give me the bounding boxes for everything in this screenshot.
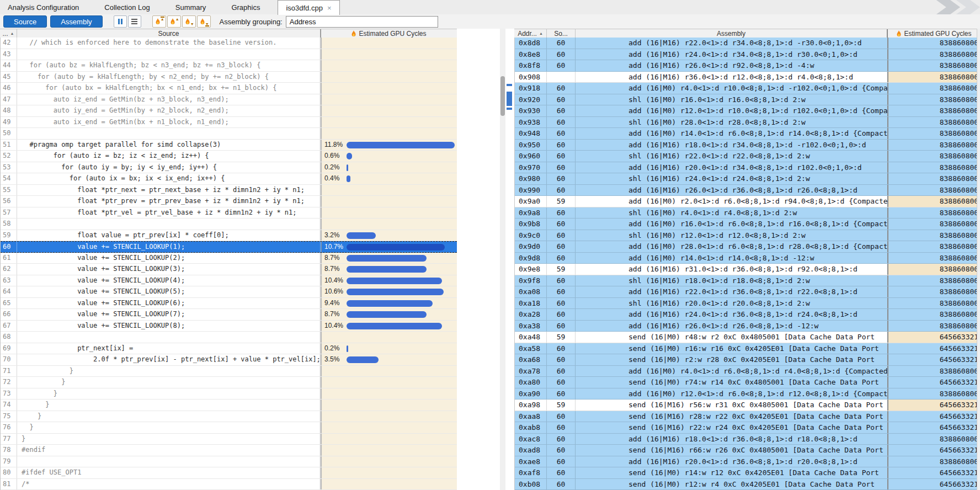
assembly-row[interactable]: 0xaa860send (16|M16) r28:w r22 0xC 0x420… <box>515 411 980 423</box>
source-row[interactable]: 79 <box>1 456 457 468</box>
assembly-row[interactable]: 0x96060shl (16|M16) r22.0<1>:d r22.0<8;8… <box>515 151 980 162</box>
assembly-row[interactable]: 0x8e860add (16|M16) r24.0<1>:d r34.0<8;8… <box>515 49 980 61</box>
source-row[interactable]: 50 <box>1 128 457 140</box>
source-row[interactable]: 62 value += STENCIL_LOOKUP(3);8.7% <box>1 264 457 275</box>
source-row[interactable]: 77} <box>1 434 457 445</box>
assembly-column-header[interactable]: Assembly <box>576 29 888 38</box>
source-row[interactable]: 49 auto ix_end = GetMin(bx + n1_block, n… <box>1 117 457 129</box>
source-row[interactable]: 43 <box>1 49 457 61</box>
assembly-row[interactable]: 0xa0860add (16|M16) r22.0<1>:d r36.0<8;8… <box>515 286 980 298</box>
source-row[interactable]: 55 float *ptr_next = ptr_next_base + iz … <box>1 185 457 196</box>
assembly-grouping-select[interactable]: Address <box>286 16 438 28</box>
source-row[interactable]: 42 // which is enforced here to demonstr… <box>1 38 457 49</box>
assembly-row[interactable]: 0x9a059add (16|M0) r2.0<1>:d r6.0<8;8,1>… <box>515 196 980 207</box>
source-row[interactable]: 64 value += STENCIL_LOOKUP(5);10.6% <box>1 286 457 298</box>
source-row[interactable]: 68 <box>1 332 457 343</box>
tab-analysis-configuration[interactable]: Analysis Configuration <box>0 0 87 14</box>
source-row[interactable]: 70 2.0f * ptr_prev[ix] - ptr_next[ix] + … <box>1 354 457 366</box>
source-row[interactable]: 54 for (auto ix = bx; ix < ix_end; ix++)… <box>1 173 457 185</box>
source-row[interactable]: 59 float value = ptr_prev[ix] * coeff[0]… <box>1 230 457 242</box>
assembly-row[interactable]: 0xab860send (16|M16) r22:w r24 0xC 0x420… <box>515 422 980 434</box>
source-row[interactable]: 76 } <box>1 422 457 434</box>
source-row[interactable]: 69 ptr_next[ix] =0.2% <box>1 343 457 355</box>
jump-to-coldest-button[interactable]: ▼ <box>197 15 211 28</box>
source-column-header[interactable]: Source <box>17 29 321 38</box>
source-row[interactable]: 46 for (auto bx = kHalfLength; bx < n1_e… <box>1 83 457 94</box>
jump-to-prev-hot-button[interactable]: ▲ <box>167 15 181 28</box>
source-line-column-header[interactable]: So... <box>547 29 576 38</box>
source-toggle-button[interactable]: Source <box>3 15 47 28</box>
source-row[interactable]: 44 for (auto bz = kHalfLength; bz < n3_e… <box>1 60 457 72</box>
tab-summary[interactable]: Summary <box>168 0 214 14</box>
assembly-row[interactable]: 0x95060add (16|M16) r18.0<1>:d r34.0<8;8… <box>515 140 980 151</box>
source-row[interactable]: 73 } <box>1 388 457 400</box>
assembly-row[interactable]: 0x9f860shl (16|M16) r18.0<1>:d r18.0<8;8… <box>515 275 980 287</box>
assembly-row[interactable]: 0x9e859add (16|M16) r31.0<1>:d r36.0<8;8… <box>515 264 980 275</box>
tab-collection-log[interactable]: Collection Log <box>97 0 157 14</box>
assembly-row[interactable]: 0xa2860add (16|M16) r24.0<1>:d r36.0<8;8… <box>515 309 980 321</box>
assembly-row[interactable]: 0x908add (16|M16) r36.0<1>:d r12.0<8;8,1… <box>515 72 980 83</box>
source-row[interactable]: 74 } <box>1 400 457 411</box>
assembly-row[interactable]: 0x92060shl (16|M0) r16.0<1>:d r16.0<8;8,… <box>515 94 980 106</box>
assembly-row[interactable]: 0xa3860add (16|M16) r26.0<1>:d r26.0<8;8… <box>515 321 980 332</box>
assembly-row[interactable]: 0x9c060shl (16|M0) r12.0<1>:d r12.0<8;8,… <box>515 230 980 242</box>
source-row[interactable]: 65 value += STENCIL_LOOKUP(6);9.4% <box>1 298 457 310</box>
source-row[interactable]: 75 } <box>1 411 457 423</box>
assembly-row[interactable]: 0xaf860send (16|M0) r14:w r12 0xC 0x4205… <box>515 467 980 479</box>
assembly-scrollbar[interactable] <box>977 29 980 490</box>
assembly-row[interactable]: 0x93060add (16|M0) r12.0<1>:d r10.0<8;8,… <box>515 105 980 117</box>
assembly-row[interactable]: 0xa8060send (16|M0) r74:w r14 0xC 0x4805… <box>515 377 980 388</box>
source-row[interactable]: 66 value += STENCIL_LOOKUP(7);8.7% <box>1 309 457 321</box>
assembly-row[interactable]: 0xa9859send (16|M16) r56:w r31 0xC 0x480… <box>515 400 980 411</box>
assembly-row[interactable]: 0xa9060add (16|M0) r12.0<1>:d r6.0<8;8,1… <box>515 388 980 400</box>
view-options-button[interactable] <box>128 15 141 28</box>
source-row[interactable]: 71 } <box>1 366 457 377</box>
assembly-row[interactable]: 0xb0860send (16|M0) r12:w r4 0xC 0x4205E… <box>515 479 980 490</box>
source-row[interactable]: 63 value += STENCIL_LOOKUP(4);10.4% <box>1 275 457 287</box>
assembly-row[interactable]: 0x9d860add (16|M0) r14.0<1>:d r14.0<8;8,… <box>515 253 980 264</box>
close-icon[interactable]: × <box>327 4 332 12</box>
assembly-row[interactable]: 0x99060add (16|M16) r26.0<1>:d r36.0<8;8… <box>515 185 980 196</box>
assembly-row[interactable]: 0x9a860shl (16|M0) r4.0<1>:d r4.0<8;8,1>… <box>515 207 980 219</box>
source-row[interactable]: 61 value += STENCIL_LOOKUP(2);8.7% <box>1 253 457 264</box>
source-gpu-cycles-column-header[interactable]: Estimated GPU Cycles <box>321 29 456 38</box>
assembly-row[interactable]: 0x8d860add (16|M16) r22.0<1>:d r34.0<8;8… <box>515 38 980 49</box>
assembly-toggle-button[interactable]: Assembly <box>50 15 102 28</box>
assembly-row[interactable]: 0x93860shl (16|M0) r28.0<1>:d r28.0<8;8,… <box>515 117 980 129</box>
source-row[interactable]: 52 for (auto iz = bz; iz < iz_end; iz++)… <box>1 151 457 162</box>
assembly-row[interactable]: 0x9d060add (16|M0) r28.0<1>:d r6.0<8;8,1… <box>515 241 980 253</box>
source-row[interactable]: 48 auto iy_end = GetMin(by + n2_block, n… <box>1 105 457 117</box>
source-row[interactable]: 58 <box>1 219 457 230</box>
jump-to-hottest-button[interactable]: ▲ <box>152 15 166 28</box>
assembly-row[interactable]: 0x91860add (16|M0) r4.0<1>:d r10.0<8;8,1… <box>515 83 980 94</box>
line-number-column-header[interactable]: ...▲ <box>0 29 17 38</box>
assembly-row[interactable]: 0x8f860add (16|M16) r26.0<1>:d r92.0<8;8… <box>515 60 980 72</box>
jump-to-next-hot-button[interactable]: ▼ <box>182 15 196 28</box>
address-column-header[interactable]: Addr...▲ <box>514 29 547 38</box>
assembly-row[interactable]: 0x97060add (16|M16) r20.0<1>:d r34.0<8;8… <box>515 162 980 174</box>
assembly-row[interactable]: 0x94860add (16|M0) r14.0<1>:d r6.0<8;8,1… <box>515 128 980 140</box>
source-row[interactable]: 47 auto iz_end = GetMin(bz + n3_block, n… <box>1 94 457 106</box>
tab-iso3dfd-cpp[interactable]: iso3dfd.cpp × <box>278 0 339 15</box>
assembly-row[interactable]: 0xa6860send (16|M0) r2:w r28 0xC 0x4205E… <box>515 354 980 366</box>
assembly-row[interactable]: 0xa5860send (16|M0) r16:w r16 0xC 0x4205… <box>515 343 980 355</box>
assembly-row[interactable]: 0x9b860add (16|M0) r16.0<1>:d r6.0<8;8,1… <box>515 219 980 230</box>
source-row[interactable]: 80#ifdef USE_OPT1 <box>1 467 457 479</box>
source-row[interactable]: 45 for (auto by = kHalfLength; by < n2_e… <box>1 72 457 83</box>
source-row[interactable]: 78#endif <box>1 445 457 456</box>
source-row[interactable]: 60 value += STENCIL_LOOKUP(1);10.7% <box>1 241 457 253</box>
assembly-row[interactable]: 0xa1860shl (16|M16) r20.0<1>:d r20.0<8;8… <box>515 298 980 310</box>
source-row[interactable]: 56 float *ptr_prev = ptr_prev_base + iz … <box>1 196 457 207</box>
source-row[interactable]: 81/* <box>1 479 457 490</box>
assembly-row[interactable]: 0xae860add (16|M16) r20.0<1>:d r36.0<8;8… <box>515 456 980 468</box>
source-row[interactable]: 67 value += STENCIL_LOOKUP(8);10.4% <box>1 321 457 332</box>
pause-button[interactable] <box>114 15 127 28</box>
source-row[interactable]: 51 #pragma omp target parallel for simd … <box>1 140 457 151</box>
source-row[interactable]: 53 for (auto iy = by; iy < iy_end; iy++)… <box>1 162 457 174</box>
source-row[interactable]: 72 } <box>1 377 457 388</box>
assembly-row[interactable]: 0xa7860add (16|M0) r4.0<1>:d r6.0<8;8,1>… <box>515 366 980 377</box>
assembly-gpu-cycles-column-header[interactable]: Estimated GPU Cycles <box>888 29 980 38</box>
source-scrollbar-thumb[interactable] <box>500 76 505 116</box>
assembly-row[interactable]: 0xa4859send (16|M0) r48:w r2 0xC 0x48050… <box>515 332 980 343</box>
assembly-row[interactable]: 0xad860send (16|M16) r66:w r26 0xC 0x480… <box>515 445 980 456</box>
